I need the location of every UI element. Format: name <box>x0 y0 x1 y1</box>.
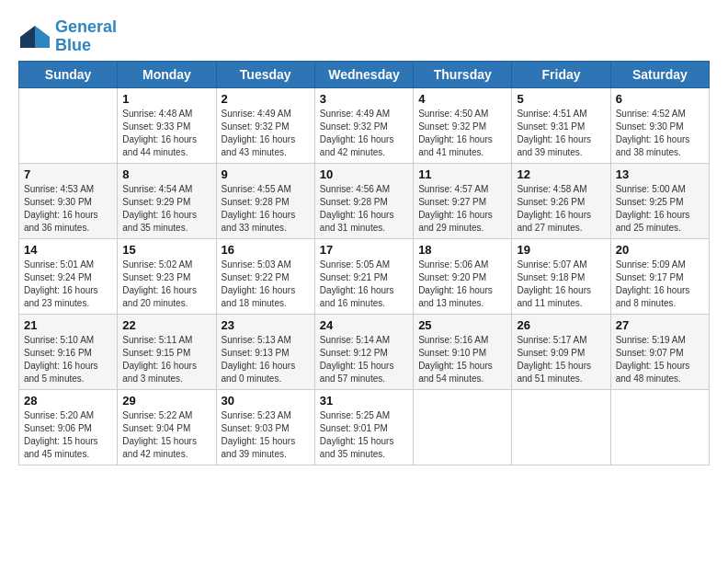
day-number: 21 <box>24 318 112 332</box>
day-number: 3 <box>320 92 408 106</box>
calendar-cell: 19Sunrise: 5:07 AM Sunset: 9:18 PM Dayli… <box>512 238 610 314</box>
day-header-sunday: Sunday <box>19 61 118 87</box>
logo: General Blue <box>18 18 117 55</box>
calendar-cell: 22Sunrise: 5:11 AM Sunset: 9:15 PM Dayli… <box>118 314 216 389</box>
svg-marker-1 <box>35 26 50 37</box>
week-row-1: 1Sunrise: 4:48 AM Sunset: 9:33 PM Daylig… <box>19 87 710 163</box>
svg-rect-3 <box>20 37 35 48</box>
calendar-cell: 23Sunrise: 5:13 AM Sunset: 9:13 PM Dayli… <box>216 314 314 389</box>
day-number: 14 <box>24 243 112 257</box>
day-info: Sunrise: 5:20 AM Sunset: 9:06 PM Dayligh… <box>24 409 112 461</box>
calendar-cell: 3Sunrise: 4:49 AM Sunset: 9:32 PM Daylig… <box>314 87 413 163</box>
calendar-cell: 7Sunrise: 4:53 AM Sunset: 9:30 PM Daylig… <box>19 163 118 238</box>
day-info: Sunrise: 4:58 AM Sunset: 9:26 PM Dayligh… <box>517 183 605 235</box>
calendar-cell: 28Sunrise: 5:20 AM Sunset: 9:06 PM Dayli… <box>19 389 118 465</box>
calendar-cell: 12Sunrise: 4:58 AM Sunset: 9:26 PM Dayli… <box>512 163 610 238</box>
day-info: Sunrise: 4:57 AM Sunset: 9:27 PM Dayligh… <box>418 183 506 235</box>
calendar-cell: 8Sunrise: 4:54 AM Sunset: 9:29 PM Daylig… <box>118 163 216 238</box>
day-header-tuesday: Tuesday <box>216 61 314 87</box>
day-number: 4 <box>418 92 506 106</box>
day-info: Sunrise: 5:14 AM Sunset: 9:12 PM Dayligh… <box>320 334 408 385</box>
day-number: 8 <box>122 167 210 181</box>
week-row-5: 28Sunrise: 5:20 AM Sunset: 9:06 PM Dayli… <box>19 389 710 465</box>
week-row-2: 7Sunrise: 4:53 AM Sunset: 9:30 PM Daylig… <box>19 163 710 238</box>
calendar-cell: 4Sunrise: 4:50 AM Sunset: 9:32 PM Daylig… <box>414 87 512 163</box>
day-info: Sunrise: 5:03 AM Sunset: 9:22 PM Dayligh… <box>222 259 310 310</box>
day-info: Sunrise: 5:06 AM Sunset: 9:20 PM Dayligh… <box>418 259 506 310</box>
day-info: Sunrise: 4:52 AM Sunset: 9:30 PM Dayligh… <box>616 108 704 159</box>
header-row: SundayMondayTuesdayWednesdayThursdayFrid… <box>19 61 710 87</box>
calendar-cell: 18Sunrise: 5:06 AM Sunset: 9:20 PM Dayli… <box>414 238 512 314</box>
calendar-header: SundayMondayTuesdayWednesdayThursdayFrid… <box>19 61 710 87</box>
calendar-cell <box>19 87 118 163</box>
day-info: Sunrise: 5:02 AM Sunset: 9:23 PM Dayligh… <box>122 259 210 310</box>
day-number: 11 <box>418 167 506 181</box>
calendar-cell: 16Sunrise: 5:03 AM Sunset: 9:22 PM Dayli… <box>216 238 314 314</box>
day-info: Sunrise: 5:01 AM Sunset: 9:24 PM Dayligh… <box>24 259 112 310</box>
day-info: Sunrise: 5:09 AM Sunset: 9:17 PM Dayligh… <box>616 259 704 310</box>
day-number: 23 <box>222 318 310 332</box>
day-info: Sunrise: 5:22 AM Sunset: 9:04 PM Dayligh… <box>122 409 210 461</box>
day-number: 16 <box>222 243 310 257</box>
day-info: Sunrise: 5:10 AM Sunset: 9:16 PM Dayligh… <box>24 334 112 385</box>
day-info: Sunrise: 4:54 AM Sunset: 9:29 PM Dayligh… <box>122 183 210 235</box>
logo-text: General <box>55 18 117 37</box>
day-header-monday: Monday <box>118 61 216 87</box>
day-info: Sunrise: 5:00 AM Sunset: 9:25 PM Dayligh… <box>616 183 704 235</box>
calendar-cell: 10Sunrise: 4:56 AM Sunset: 9:28 PM Dayli… <box>314 163 413 238</box>
day-number: 30 <box>222 394 310 408</box>
day-number: 22 <box>122 318 210 332</box>
day-number: 7 <box>24 167 112 181</box>
calendar-cell: 11Sunrise: 4:57 AM Sunset: 9:27 PM Dayli… <box>414 163 512 238</box>
day-number: 18 <box>418 243 506 257</box>
svg-marker-2 <box>20 26 35 37</box>
day-info: Sunrise: 4:48 AM Sunset: 9:33 PM Dayligh… <box>122 108 210 159</box>
calendar-cell <box>610 389 709 465</box>
day-number: 19 <box>517 243 605 257</box>
day-info: Sunrise: 4:50 AM Sunset: 9:32 PM Dayligh… <box>418 108 506 159</box>
calendar-cell <box>512 389 610 465</box>
calendar-cell: 14Sunrise: 5:01 AM Sunset: 9:24 PM Dayli… <box>19 238 118 314</box>
day-info: Sunrise: 5:07 AM Sunset: 9:18 PM Dayligh… <box>517 259 605 310</box>
calendar-cell: 20Sunrise: 5:09 AM Sunset: 9:17 PM Dayli… <box>610 238 709 314</box>
calendar-cell: 25Sunrise: 5:16 AM Sunset: 9:10 PM Dayli… <box>414 314 512 389</box>
calendar-cell: 17Sunrise: 5:05 AM Sunset: 9:21 PM Dayli… <box>314 238 413 314</box>
day-number: 15 <box>122 243 210 257</box>
day-number: 17 <box>320 243 408 257</box>
calendar-cell: 2Sunrise: 4:49 AM Sunset: 9:32 PM Daylig… <box>216 87 314 163</box>
day-number: 28 <box>24 394 112 408</box>
calendar-body: 1Sunrise: 4:48 AM Sunset: 9:33 PM Daylig… <box>19 87 710 465</box>
day-header-saturday: Saturday <box>610 61 709 87</box>
calendar-cell: 27Sunrise: 5:19 AM Sunset: 9:07 PM Dayli… <box>610 314 709 389</box>
calendar-cell: 1Sunrise: 4:48 AM Sunset: 9:33 PM Daylig… <box>118 87 216 163</box>
day-info: Sunrise: 5:17 AM Sunset: 9:09 PM Dayligh… <box>517 334 605 385</box>
day-info: Sunrise: 4:55 AM Sunset: 9:28 PM Dayligh… <box>222 183 310 235</box>
day-info: Sunrise: 4:49 AM Sunset: 9:32 PM Dayligh… <box>320 108 408 159</box>
svg-rect-4 <box>35 37 50 48</box>
day-info: Sunrise: 5:23 AM Sunset: 9:03 PM Dayligh… <box>222 409 310 461</box>
calendar-cell: 5Sunrise: 4:51 AM Sunset: 9:31 PM Daylig… <box>512 87 610 163</box>
calendar-cell: 30Sunrise: 5:23 AM Sunset: 9:03 PM Dayli… <box>216 389 314 465</box>
day-info: Sunrise: 4:49 AM Sunset: 9:32 PM Dayligh… <box>222 108 310 159</box>
day-number: 26 <box>517 318 605 332</box>
day-number: 2 <box>222 92 310 106</box>
day-info: Sunrise: 5:19 AM Sunset: 9:07 PM Dayligh… <box>616 334 704 385</box>
day-number: 31 <box>320 394 408 408</box>
day-number: 1 <box>122 92 210 106</box>
day-info: Sunrise: 5:11 AM Sunset: 9:15 PM Dayligh… <box>122 334 210 385</box>
day-number: 5 <box>517 92 605 106</box>
logo-text-blue: Blue <box>55 37 117 55</box>
calendar-cell: 26Sunrise: 5:17 AM Sunset: 9:09 PM Dayli… <box>512 314 610 389</box>
day-number: 12 <box>517 167 605 181</box>
calendar-table: SundayMondayTuesdayWednesdayThursdayFrid… <box>18 61 710 465</box>
day-number: 6 <box>616 92 704 106</box>
logo-icon <box>18 24 51 50</box>
day-number: 20 <box>616 243 704 257</box>
day-info: Sunrise: 5:25 AM Sunset: 9:01 PM Dayligh… <box>320 409 408 461</box>
calendar-cell: 6Sunrise: 4:52 AM Sunset: 9:30 PM Daylig… <box>610 87 709 163</box>
day-info: Sunrise: 4:56 AM Sunset: 9:28 PM Dayligh… <box>320 183 408 235</box>
day-info: Sunrise: 4:51 AM Sunset: 9:31 PM Dayligh… <box>517 108 605 159</box>
calendar-cell: 31Sunrise: 5:25 AM Sunset: 9:01 PM Dayli… <box>314 389 413 465</box>
day-number: 9 <box>222 167 310 181</box>
day-info: Sunrise: 4:53 AM Sunset: 9:30 PM Dayligh… <box>24 183 112 235</box>
